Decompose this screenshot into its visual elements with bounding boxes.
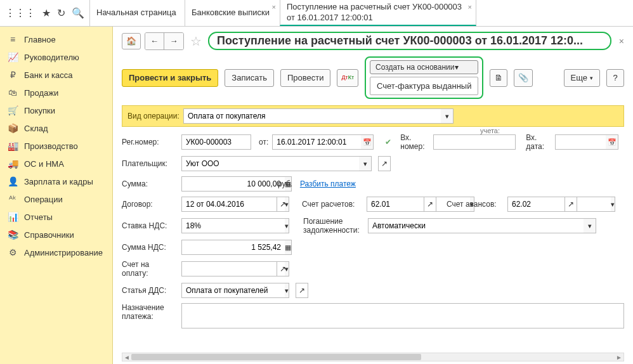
truck-icon: 🚚 <box>8 159 18 169</box>
calc-icon[interactable]: ▦ <box>285 240 292 255</box>
operation-input[interactable] <box>183 108 441 124</box>
post-button[interactable]: Провести <box>280 69 331 87</box>
sidebar-item-purchases[interactable]: 🛒Покупки <box>0 101 112 119</box>
chart-icon: 📈 <box>8 52 18 62</box>
sidebar-item-catalogs[interactable]: 📚Справочники <box>0 226 112 244</box>
open-icon[interactable]: ↗ <box>277 197 289 212</box>
home-button[interactable]: 🏠 <box>122 33 141 49</box>
vat-sum-input[interactable] <box>181 240 285 255</box>
in-num-input[interactable] <box>433 134 516 150</box>
dtkt-button[interactable]: ДтКт <box>337 69 358 87</box>
split-link[interactable]: Разбить платеж <box>300 179 356 188</box>
star-icon[interactable]: ★ <box>42 7 51 19</box>
content: 🏠 ← → ☆ Поступление на расчетный счет УК… <box>113 27 633 364</box>
create-based-button[interactable]: Создать на основании▾ <box>370 60 478 74</box>
post-close-button[interactable]: Провести и закрыть <box>122 69 218 87</box>
sum-row: Сумма: ▦ руб. Разбить платеж <box>122 176 624 192</box>
sidebar-item-label: Администрирование <box>24 248 103 257</box>
box-icon: 📦 <box>8 123 18 133</box>
apps-icon[interactable]: ⋮⋮⋮ <box>5 7 36 19</box>
print-button[interactable]: 🗎 <box>490 69 507 87</box>
dds-input[interactable] <box>181 283 285 298</box>
more-button[interactable]: Еще▾ <box>564 69 600 87</box>
sidebar-item-production[interactable]: 🏭Производство <box>0 137 112 155</box>
date-input[interactable] <box>272 134 361 150</box>
sidebar-item-ops[interactable]: ᴬᵏОперации <box>0 190 112 208</box>
open-icon[interactable]: ↗ <box>564 197 577 212</box>
vat-rate-row: Ставка НДС: ▾ Погашение задолженности: ▾ <box>122 217 624 235</box>
pay-acc-row: Счет на оплату: ▾ ↗ <box>122 260 624 278</box>
dtkt-icon: ᴬᵏ <box>8 194 18 204</box>
advance-acc-label: Счет авансов: <box>447 200 504 209</box>
sum-label: Сумма: <box>122 179 178 188</box>
tab-start[interactable]: Начальная страница <box>89 0 185 26</box>
back-button[interactable]: ← <box>145 33 164 49</box>
open-icon[interactable]: ↗ <box>277 261 289 276</box>
sidebar-item-bank[interactable]: ₽Банк и касса <box>0 66 112 84</box>
menu-icon: ≡ <box>8 34 18 44</box>
create-based-item[interactable]: Счет-фактура выданный <box>370 77 478 95</box>
reg-input[interactable] <box>181 134 251 150</box>
reg-label: Рег.номер: <box>122 138 178 146</box>
horizontal-scrollbar[interactable]: ◄ ► <box>122 353 624 361</box>
dropdown-icon[interactable]: ▾ <box>285 218 289 233</box>
dropdown-icon[interactable]: ▾ <box>359 156 372 171</box>
sidebar-item-main[interactable]: ≡Главное <box>0 30 112 48</box>
history-icon[interactable]: ↻ <box>57 7 65 19</box>
sidebar-item-hr[interactable]: 👤Зарплата и кадры <box>0 172 112 190</box>
sidebar-item-assets[interactable]: 🚚ОС и НМА <box>0 155 112 172</box>
pay-acc-label: Счет на оплату: <box>122 260 178 278</box>
scroll-track[interactable] <box>131 353 615 361</box>
sidebar-item-reports[interactable]: 📊Отчеты <box>0 208 112 226</box>
pay-acc-input[interactable] <box>181 261 285 276</box>
dropdown-icon[interactable]: ▾ <box>584 218 596 233</box>
open-icon[interactable]: ↗ <box>296 283 308 298</box>
purpose-input[interactable] <box>181 303 624 328</box>
sidebar-item-label: Справочники <box>24 230 74 240</box>
factory-icon: 🏭 <box>8 141 18 151</box>
contract-input[interactable] <box>181 197 285 212</box>
sidebar-item-label: Производство <box>24 141 78 151</box>
sidebar-item-sales[interactable]: 🛍Продажи <box>0 84 112 101</box>
vat-rate-input[interactable] <box>181 218 285 233</box>
close-icon[interactable]: × <box>619 36 624 46</box>
calendar-icon[interactable]: 📅 <box>606 134 618 150</box>
debt-label: Погашение задолженности: <box>303 217 364 235</box>
in-date-input[interactable] <box>555 134 606 150</box>
sum-input[interactable] <box>181 176 285 192</box>
sidebar-item-admin[interactable]: ⚙Администрирование <box>0 244 112 261</box>
scroll-left-icon[interactable]: ◄ <box>122 354 131 361</box>
sidebar-item-warehouse[interactable]: 📦Склад <box>0 119 112 137</box>
tab-bank[interactable]: Банковские выписки× <box>185 0 280 26</box>
sidebar-item-label: Отчеты <box>24 212 53 222</box>
save-button[interactable]: Записать <box>225 69 274 87</box>
in-num-label: Вх. номер: <box>400 133 429 151</box>
close-icon[interactable]: × <box>272 3 276 11</box>
open-icon[interactable]: ↗ <box>378 156 391 171</box>
close-icon[interactable]: × <box>468 3 472 11</box>
scroll-thumb[interactable] <box>131 354 421 360</box>
tab-document[interactable]: Поступление на расчетный счет УК00-00000… <box>280 0 476 26</box>
dropdown-icon[interactable]: ▾ <box>611 197 615 212</box>
search-icon[interactable]: 🔍 <box>72 7 84 19</box>
forward-button[interactable]: → <box>164 33 183 49</box>
advance-acc-input[interactable] <box>507 197 611 212</box>
sidebar-item-label: Руководителю <box>24 53 79 62</box>
open-icon[interactable]: ↗ <box>424 197 436 212</box>
scroll-right-icon[interactable]: ► <box>615 354 623 361</box>
report-icon: 📊 <box>8 212 18 222</box>
dropdown-icon[interactable]: ▾ <box>285 283 289 298</box>
favorite-icon[interactable]: ☆ <box>190 34 202 49</box>
accounting-hint: учета: <box>480 127 500 134</box>
tab-label: Банковские выписки <box>192 8 270 18</box>
create-based-dropdown: Создать на основании▾ Счет-фактура выдан… <box>365 56 483 99</box>
attach-button[interactable]: 📎 <box>514 69 533 87</box>
calendar-icon[interactable]: 📅 <box>361 134 374 150</box>
payer-input[interactable] <box>181 156 359 171</box>
ruble-icon: ₽ <box>8 70 18 80</box>
books-icon: 📚 <box>8 230 18 240</box>
sidebar-item-manager[interactable]: 📈Руководителю <box>0 48 112 66</box>
dropdown-icon[interactable]: ▾ <box>441 108 454 124</box>
debt-input[interactable] <box>368 218 584 233</box>
help-button[interactable]: ? <box>606 69 624 87</box>
